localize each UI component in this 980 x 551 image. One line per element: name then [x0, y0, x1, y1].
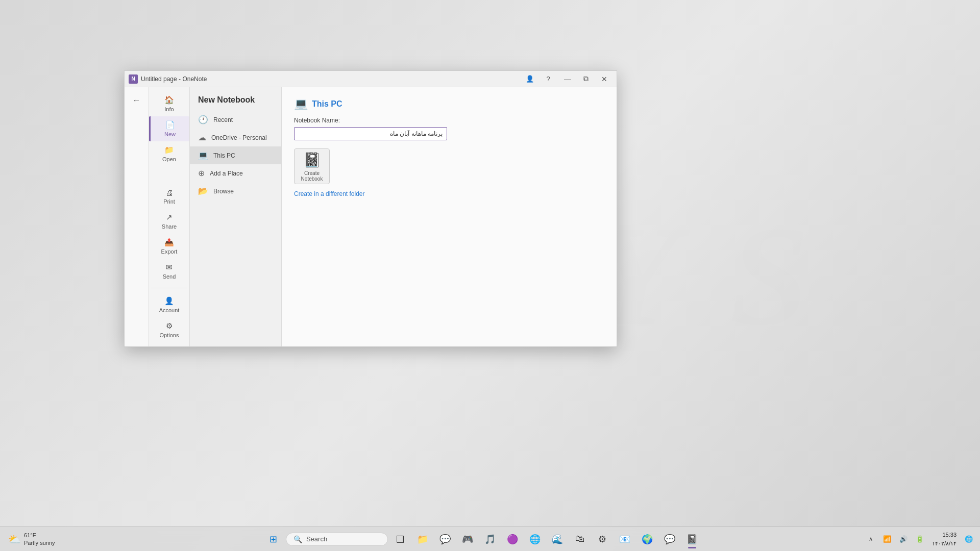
sidebar-item-options[interactable]: ⚙ Options	[149, 317, 189, 342]
title-bar-extra-icons: 👤 ?	[523, 72, 555, 86]
send-icon: ✉	[166, 263, 173, 272]
recent-icon: 🕐	[198, 115, 208, 124]
taskview-icon: ❑	[396, 534, 404, 545]
taskbar-app-files[interactable]: 📁	[412, 529, 433, 549]
user-icon[interactable]: 👤	[523, 72, 537, 86]
onenote-logo: N	[129, 74, 138, 84]
sidebar-item-new[interactable]: 📄 New	[149, 116, 189, 141]
sidebar-item-info[interactable]: 🏠 Info	[149, 91, 189, 116]
sidebar-item-open[interactable]: 📁 Open	[149, 141, 189, 166]
location-addplace-label: Add a Place	[210, 170, 243, 177]
new-notebook-panel: New Notebook 🕐 Recent ☁ OneDrive - Perso…	[190, 87, 282, 346]
back-button[interactable]: ←	[128, 91, 146, 110]
store-icon: 🛍	[575, 534, 584, 544]
this-pc-header: 💻 This PC	[294, 97, 604, 111]
taskbar-app-teams[interactable]: 🟣	[502, 529, 523, 549]
sidebar-item-send-label: Send	[163, 273, 176, 280]
sidebar-item-share[interactable]: ↗ Share	[149, 209, 189, 234]
main-content-area: 💻 This PC Notebook Name: 📓 CreateNoteboo…	[282, 87, 617, 346]
minimize-button[interactable]: —	[559, 72, 576, 86]
account-icon: 👤	[164, 296, 174, 306]
thispc-icon: 💻	[198, 151, 208, 160]
location-recent[interactable]: 🕐 Recent	[190, 111, 281, 129]
taskbar-search[interactable]: 🔍 Search	[286, 533, 388, 546]
clock-date: ۱۴۰۲/۸/۱۴	[932, 539, 957, 548]
taskbar-app-store[interactable]: 🛍	[570, 529, 590, 549]
addplace-icon: ⊕	[198, 168, 205, 178]
onenote-window: N Untitled page - OneNote 👤 ? — ⧉ ✕ ← 🏠	[124, 70, 617, 347]
share-icon: ↗	[166, 213, 173, 222]
open-icon: 📁	[164, 145, 174, 155]
taskbar-app-chat[interactable]: 💬	[435, 529, 455, 549]
system-clock[interactable]: 15:33 ۱۴۰۲/۸/۱۴	[929, 530, 960, 548]
sidebar-narrow: ←	[125, 87, 149, 346]
sidebar-item-export[interactable]: 📤 Export	[149, 234, 189, 259]
notebook-name-label: Notebook Name:	[294, 117, 604, 124]
taskbar-app-outlook[interactable]: 📧	[615, 529, 635, 549]
taskbar-app-settings[interactable]: ⚙	[592, 529, 612, 549]
browser-icon: 🌍	[642, 534, 653, 545]
sidebar-item-open-label: Open	[162, 156, 176, 162]
window-title: Untitled page - OneNote	[141, 76, 207, 83]
location-addplace[interactable]: ⊕ Add a Place	[190, 164, 281, 182]
files-icon: 📁	[417, 534, 428, 545]
taskbar-app-discord[interactable]: 💬	[659, 529, 680, 549]
location-thispc[interactable]: 💻 This PC	[190, 146, 281, 164]
chat-icon: 💬	[439, 534, 451, 545]
print-icon: 🖨	[165, 188, 173, 197]
weather-widget[interactable]: ⛅ 61°F Partly sunny	[4, 530, 59, 548]
location-recent-label: Recent	[213, 116, 233, 123]
sidebar-item-send[interactable]: ✉ Send	[149, 259, 189, 284]
tray-overflow-button[interactable]: ∧	[864, 532, 878, 546]
sidebar-item-new-label: New	[164, 131, 176, 137]
sidebar-item-share-label: Share	[162, 223, 177, 230]
tray-battery-icon[interactable]: 🔋	[913, 532, 927, 546]
sidebar-bottom: 🖨 Print ↗ Share 📤 Export ✉ Send 👤	[149, 184, 189, 346]
taskbar-app-chrome[interactable]: 🌐	[525, 529, 545, 549]
sidebar-item-options-label: Options	[160, 332, 179, 338]
onedrive-icon: ☁	[198, 133, 206, 142]
sidebar-item-print-label: Print	[163, 198, 175, 205]
notebook-name-input[interactable]	[294, 127, 447, 140]
taskbar: ⛅ 61°F Partly sunny ⊞ 🔍 Search ❑ 📁 💬 🎮 🎵	[0, 527, 980, 551]
taskbar-left: ⛅ 61°F Partly sunny	[0, 530, 102, 548]
help-icon[interactable]: ?	[541, 72, 555, 86]
taskbar-app-taskview[interactable]: ❑	[390, 529, 410, 549]
close-button[interactable]: ✕	[596, 72, 612, 86]
window-controls: — ⧉ ✕	[559, 72, 612, 86]
create-different-folder-link[interactable]: Create in a different folder	[294, 190, 365, 197]
title-bar: N Untitled page - OneNote 👤 ? — ⧉ ✕	[125, 71, 617, 87]
location-thispc-label: This PC	[213, 152, 235, 159]
location-browse-label: Browse	[213, 188, 234, 195]
settings-icon: ⚙	[598, 534, 606, 545]
title-bar-left: N Untitled page - OneNote	[129, 74, 207, 84]
discord-icon: 💬	[664, 534, 675, 545]
start-button[interactable]: ⊞	[263, 529, 284, 549]
this-pc-title: This PC	[312, 99, 342, 109]
tray-wifi-icon[interactable]: 📶	[880, 532, 894, 546]
tray-volume-icon[interactable]: 🔊	[896, 532, 911, 546]
taskbar-search-icon: 🔍	[293, 535, 302, 543]
location-browse[interactable]: 📂 Browse	[190, 182, 281, 200]
sidebar-item-account[interactable]: 👤 Account	[149, 292, 189, 317]
notification-icon[interactable]: 🌐	[962, 532, 976, 546]
sidebar-item-account-label: Account	[159, 307, 180, 313]
taskbar-app-spotify[interactable]: 🎵	[480, 529, 500, 549]
sidebar-item-info-label: Info	[164, 106, 174, 112]
weather-text: 61°F Partly sunny	[24, 532, 55, 546]
restore-button[interactable]: ⧉	[578, 72, 594, 86]
location-onedrive[interactable]: ☁ OneDrive - Personal	[190, 129, 281, 146]
taskbar-app-xbox[interactable]: 🎮	[457, 529, 478, 549]
taskbar-app-edge[interactable]: 🌊	[547, 529, 568, 549]
sidebar-item-export-label: Export	[161, 248, 178, 255]
window-content: ← 🏠 Info 📄 New 📁 Open 🖨 Print	[125, 87, 617, 346]
taskbar-app-onenote[interactable]: 📓	[682, 529, 702, 549]
create-btn-label: CreateNotebook	[301, 170, 323, 182]
create-notebook-button[interactable]: 📓 CreateNotebook	[294, 148, 330, 184]
new-icon: 📄	[165, 120, 175, 130]
sidebar-item-print[interactable]: 🖨 Print	[149, 184, 189, 209]
this-pc-icon: 💻	[294, 97, 308, 111]
outlook-icon: 📧	[619, 534, 630, 545]
taskbar-app-browser[interactable]: 🌍	[637, 529, 657, 549]
location-onedrive-label: OneDrive - Personal	[211, 134, 267, 141]
